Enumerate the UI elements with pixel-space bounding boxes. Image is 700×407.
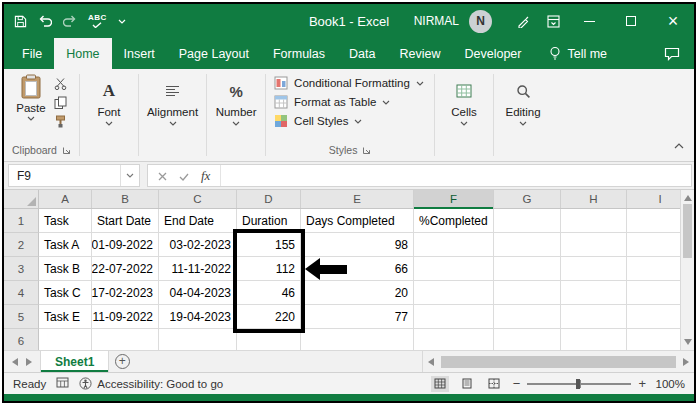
cells-group[interactable]: Cells — [435, 69, 493, 161]
normal-view-button[interactable] — [431, 376, 449, 392]
undo-button[interactable] — [38, 15, 52, 27]
row-header-2[interactable]: 2 — [4, 233, 39, 257]
row-header-1[interactable]: 1 — [4, 209, 39, 233]
conditional-formatting-button[interactable]: Conditional Formatting — [274, 76, 424, 90]
column-header-F[interactable]: F — [414, 190, 494, 208]
cell-H1[interactable] — [561, 209, 627, 233]
cell-styles-button[interactable]: Cell Styles — [274, 114, 362, 128]
comments-button[interactable] — [664, 38, 694, 69]
row-header-6[interactable]: 6 — [4, 329, 39, 350]
tab-developer[interactable]: Developer — [452, 38, 533, 69]
tab-insert[interactable]: Insert — [112, 38, 167, 69]
dialog-launcher-icon[interactable] — [62, 146, 71, 155]
cell-E5[interactable]: 77 — [301, 305, 414, 329]
column-header-E[interactable]: E — [301, 190, 414, 208]
copy-button[interactable] — [54, 96, 67, 109]
cell-G4[interactable] — [494, 281, 561, 305]
new-sheet-button[interactable]: + — [109, 351, 135, 372]
cell-E6[interactable] — [301, 329, 414, 350]
ribbon-display-options-button[interactable] — [538, 4, 568, 38]
redo-button[interactable] — [63, 15, 77, 27]
tab-home[interactable]: Home — [54, 38, 111, 69]
cell-C5[interactable]: 19-04-2023 — [159, 305, 237, 329]
tab-formulas[interactable]: Formulas — [261, 38, 337, 69]
insert-function-button[interactable]: fx — [201, 168, 210, 184]
cell-C6[interactable] — [159, 329, 237, 350]
maximize-button[interactable] — [610, 4, 652, 38]
row-header-3[interactable]: 3 — [4, 257, 39, 281]
cell-H3[interactable] — [561, 257, 627, 281]
cell-C4[interactable]: 04-04-2023 — [159, 281, 237, 305]
column-header-A[interactable]: A — [39, 190, 92, 208]
customize-qat-button[interactable] — [118, 19, 126, 24]
tell-me-box[interactable]: Tell me — [549, 38, 607, 69]
cell-H2[interactable] — [561, 233, 627, 257]
macro-record-button[interactable] — [56, 377, 69, 390]
ink-pen-button[interactable] — [508, 4, 538, 38]
cell-G1[interactable] — [494, 209, 561, 233]
cell-A5[interactable]: Task E — [39, 305, 92, 329]
cell-D5[interactable]: 220 — [237, 305, 301, 329]
cell-G2[interactable] — [494, 233, 561, 257]
cell-F5[interactable] — [414, 305, 494, 329]
scroll-right-button[interactable] — [678, 358, 694, 366]
enter-button[interactable] — [179, 167, 189, 185]
cell-D6[interactable] — [237, 329, 301, 350]
row-header-4[interactable]: 4 — [4, 281, 39, 305]
name-box[interactable]: F9 — [8, 164, 140, 187]
format-painter-button[interactable] — [54, 115, 67, 128]
cell-G6[interactable] — [494, 329, 561, 350]
select-all-button[interactable] — [4, 190, 39, 208]
cell-G5[interactable] — [494, 305, 561, 329]
horizontal-scroll-track[interactable] — [439, 351, 678, 372]
next-sheet-icon[interactable] — [26, 358, 32, 366]
zoom-out-button[interactable]: − — [513, 376, 521, 391]
cell-A6[interactable] — [39, 329, 92, 350]
scroll-up-icon[interactable] — [684, 195, 692, 201]
cell-D3[interactable]: 112 — [237, 257, 301, 281]
cell-B3[interactable]: 22-07-2022 — [92, 257, 159, 281]
sheet-tab-sheet1[interactable]: Sheet1 — [40, 351, 109, 372]
name-box-dropdown[interactable] — [121, 173, 139, 178]
page-layout-view-button[interactable] — [458, 376, 476, 392]
cell-F3[interactable] — [414, 257, 494, 281]
cell-E1[interactable]: Days Completed — [301, 209, 414, 233]
zoom-slider[interactable] — [527, 377, 631, 391]
close-button[interactable]: × — [652, 4, 694, 38]
cell-D1[interactable]: Duration — [237, 209, 301, 233]
cell-C2[interactable]: 03-02-2023 — [159, 233, 237, 257]
user-name[interactable]: NIRMAL — [414, 14, 459, 28]
zoom-level[interactable]: 100% — [653, 378, 685, 390]
cell-B5[interactable]: 11-09-2022 — [92, 305, 159, 329]
cell-H5[interactable] — [561, 305, 627, 329]
cell-D2[interactable]: 155 — [237, 233, 301, 257]
cell-B6[interactable] — [92, 329, 159, 350]
minimize-button[interactable] — [568, 4, 610, 38]
column-header-D[interactable]: D — [237, 190, 301, 208]
spelling-button[interactable]: ABC — [88, 14, 107, 28]
tab-file[interactable]: File — [10, 38, 54, 69]
cell-F1[interactable]: %Completed — [414, 209, 494, 233]
cell-B4[interactable]: 17-02-2023 — [92, 281, 159, 305]
font-group[interactable]: A Font — [80, 69, 138, 161]
cell-E3[interactable]: 66 — [301, 257, 414, 281]
cell-G3[interactable] — [494, 257, 561, 281]
save-button[interactable] — [14, 15, 27, 28]
collapse-ribbon-button[interactable] — [674, 135, 684, 153]
editing-group[interactable]: Editing — [494, 69, 552, 161]
scroll-down-icon[interactable] — [684, 339, 692, 345]
cell-B2[interactable]: 01-09-2022 — [92, 233, 159, 257]
cell-B1[interactable]: Start Date — [92, 209, 159, 233]
cell-F4[interactable] — [414, 281, 494, 305]
cell-F6[interactable] — [414, 329, 494, 350]
scroll-left-button[interactable] — [423, 358, 439, 366]
formula-input[interactable] — [221, 165, 691, 186]
alignment-group[interactable]: Alignment — [139, 69, 206, 161]
column-header-B[interactable]: B — [92, 190, 159, 208]
cell-C3[interactable]: 11-11-2022 — [159, 257, 237, 281]
tab-review[interactable]: Review — [387, 38, 452, 69]
accessibility-status[interactable]: Accessibility: Good to go — [79, 377, 223, 390]
previous-sheet-icon[interactable] — [12, 358, 18, 366]
row-header-5[interactable]: 5 — [4, 305, 39, 329]
cell-E2[interactable]: 98 — [301, 233, 414, 257]
